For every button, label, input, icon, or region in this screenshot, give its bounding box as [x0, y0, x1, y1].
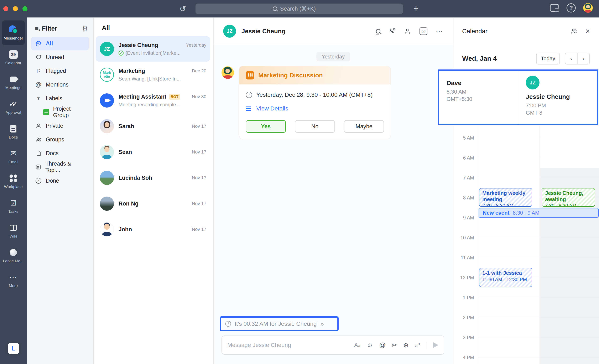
chat-row-ron[interactable]: Ron Ng Nov 17 [96, 191, 210, 216]
filter-item-docs[interactable]: Docs [31, 146, 89, 160]
chat-row-lucinda[interactable]: Lucinda Soh Nov 17 [96, 165, 210, 191]
expand-icon[interactable]: ⤢ [415, 342, 420, 349]
calendar-grid[interactable]: 5 AM 6 AM 7 AM 8 AM 9 AM 10 AM 11 AM 12 … [453, 125, 599, 364]
filter-item-flagged[interactable]: ⚐ Flagged [31, 64, 89, 78]
chat-row-meeting-assistant[interactable]: Meeting Assistant BOT Nov 30 Meeting rec… [96, 88, 210, 113]
help-icon[interactable]: ? [567, 3, 576, 12]
user-avatar[interactable] [583, 3, 593, 13]
rsvp-maybe-button[interactable]: Maybe [344, 120, 384, 133]
font-style-icon[interactable]: Aa [354, 342, 361, 348]
view-details-link[interactable]: View Details [256, 105, 288, 112]
attach-icon[interactable]: ⊕ [403, 342, 408, 349]
filter-item-groups[interactable]: Groups [31, 133, 89, 146]
workspace-switch-icon[interactable] [550, 4, 559, 12]
event-new[interactable]: New event 8:30 - 9 AM [479, 208, 599, 218]
sidebar-item-wiki[interactable]: Wiki [2, 218, 25, 243]
sidebar-label: Workplace [4, 185, 22, 189]
add-member-icon[interactable] [404, 28, 411, 35]
chat-list-title: All [94, 18, 213, 36]
sidebar-label: More [9, 284, 18, 288]
close-window-button[interactable] [3, 6, 8, 11]
avatar [100, 145, 114, 159]
filter-item-label: Unread [46, 54, 64, 61]
chat-row-john[interactable]: John Nov 17 [96, 217, 210, 242]
sidebar-item-meetings[interactable]: Meetings [2, 70, 25, 95]
event-title: 1-1 with Jessica [482, 270, 529, 276]
time-label: 5 AM [453, 135, 474, 141]
chat-row-sarah[interactable]: Sarah Nov 17 [96, 114, 210, 139]
chat-name: Jessie Cheung [119, 42, 158, 48]
avatar[interactable]: JZ [223, 25, 236, 38]
chat-name: Ron Ng [119, 201, 139, 207]
filter-item-labels[interactable]: ▼ Labels [31, 91, 89, 105]
sidebar-item-workplace[interactable]: Workplace [2, 169, 25, 194]
close-icon[interactable]: × [585, 28, 590, 34]
search-input[interactable] [280, 6, 326, 12]
filter-item-threads[interactable]: Threads & Topi... [31, 160, 89, 174]
more-actions-icon[interactable]: ⋯ [436, 27, 443, 35]
filter-item-private[interactable]: Private [31, 119, 89, 133]
event-details-row: View Details [246, 105, 384, 112]
threads-icon [35, 164, 42, 170]
clock-icon [225, 321, 231, 327]
profile-timezone: GMT-8 [526, 110, 597, 116]
timezone-hint[interactable]: It's 00:32 AM for Jessie Cheung » [220, 316, 339, 331]
mention-icon[interactable]: @ [379, 342, 385, 349]
new-chat-button[interactable]: + [411, 3, 421, 14]
window-controls[interactable] [3, 6, 27, 11]
email-icon: ✉ [10, 149, 17, 158]
sidebar-item-email[interactable]: ✉ Email [2, 144, 25, 169]
event-jessie-awaiting[interactable]: Jessie Cheung, awaiting 7:30 - 8:30 AM [542, 188, 595, 207]
attendees-icon[interactable] [570, 27, 578, 35]
chat-name: John [119, 226, 132, 233]
filter-item-unread[interactable]: Unread [31, 50, 89, 64]
message-composer[interactable]: Aa ☺ @ ✂ ⊕ ⤢ [221, 336, 444, 355]
chat-row-sean[interactable]: Sean Nov 17 [96, 139, 210, 165]
time-label: 4 PM [453, 355, 474, 360]
zoom-window-button[interactable] [22, 6, 27, 11]
timezone-profiles-box: Dave 8:30 AM GMT+5:30 JZ Jessie Cheung 7… [438, 70, 598, 125]
sidebar-item-more[interactable]: ⋯ More [2, 268, 25, 293]
avatar: Mark etin [100, 68, 114, 82]
event-1-1-jessica[interactable]: 1-1 with Jessica 11:30 AM - 12:30 PM [479, 268, 532, 287]
today-button[interactable]: Today [536, 53, 560, 64]
rsvp-yes-button[interactable]: Yes [246, 120, 286, 133]
event-marketing-weekly[interactable]: Marketing weekly meeting 7:30 - 8:30 AM [479, 188, 532, 207]
sidebar-item-messenger[interactable]: Messenger [2, 20, 25, 45]
filter-item-project-group[interactable]: Project Group [39, 105, 89, 119]
next-day-button[interactable]: › [577, 53, 590, 64]
emoji-icon[interactable]: ☺ [367, 342, 373, 349]
filter-item-all[interactable]: All [31, 37, 89, 50]
event-card-header: Marketing Discussion [239, 66, 391, 84]
chat-row-jessie[interactable]: JZ Jessie Cheung Yesterday ✓[Event Invit… [96, 36, 210, 62]
filter-item-mentions[interactable]: @ Mentions [31, 78, 89, 91]
sender-avatar[interactable] [221, 66, 234, 79]
global-search[interactable] [195, 4, 403, 14]
sidebar-item-tasks[interactable]: ☑ Tasks [2, 194, 25, 218]
rsvp-no-button[interactable]: No [295, 120, 335, 133]
screenshot-icon[interactable]: ✂ [392, 342, 397, 349]
send-icon[interactable] [433, 342, 439, 348]
gear-icon[interactable]: ⚙ [82, 25, 88, 32]
time-label: 11 AM [453, 255, 474, 261]
sidebar-item-docs[interactable]: Docs [2, 119, 25, 144]
event-invitation-card[interactable]: Marketing Discussion Yesterday, Dec 28, … [239, 66, 391, 139]
avatar [100, 196, 114, 211]
sidebar-item-approval[interactable]: ✓✓ Approval [2, 95, 25, 119]
event-title: Jessie Cheung, awaiting [545, 190, 592, 202]
minimize-window-button[interactable] [13, 6, 18, 11]
workspace-avatar[interactable]: L [8, 343, 19, 354]
messenger-icon [9, 25, 18, 34]
sidebar-item-larkie[interactable]: Larkie Mo... [2, 243, 25, 268]
bot-badge: BOT [169, 94, 180, 100]
message-input[interactable] [227, 342, 354, 348]
prev-day-button[interactable]: ‹ [565, 53, 577, 64]
chat-row-marketing[interactable]: Mark etin Marketing Dec 20 Sean Wang: [L… [96, 62, 210, 87]
filter-item-done[interactable]: ✓ Done [31, 174, 89, 188]
search-in-chat-icon[interactable] [376, 29, 380, 34]
docs-icon [10, 125, 17, 133]
history-icon[interactable]: ↺ [178, 5, 187, 13]
call-icon[interactable] [389, 28, 396, 35]
sidebar-item-calendar[interactable]: 29 Calendar [2, 45, 25, 70]
calendar-icon[interactable]: 29 [420, 27, 427, 35]
